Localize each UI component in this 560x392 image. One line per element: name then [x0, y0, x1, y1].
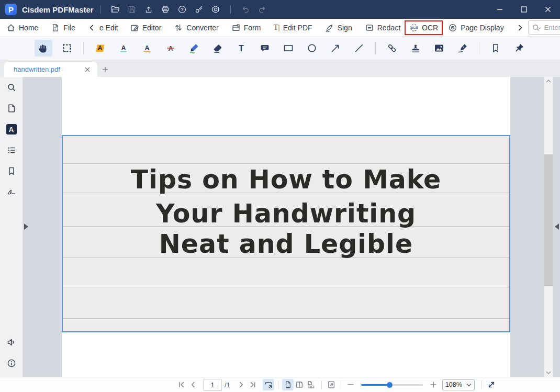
page-number-input[interactable]	[203, 379, 222, 391]
arrow-icon	[330, 42, 341, 54]
settings-button[interactable]	[207, 2, 224, 17]
close-button[interactable]	[536, 0, 560, 19]
fit-width-button[interactable]	[263, 379, 274, 390]
ellipse-tool-button[interactable]	[303, 40, 321, 57]
sidebar-read-aloud-button[interactable]	[0, 332, 23, 353]
sidebar-signatures-button[interactable]	[0, 182, 23, 203]
sidebar-info-button[interactable]	[0, 353, 23, 374]
app-window: P Cisdem PDFMaster ?	[0, 0, 560, 392]
continuous-view-button[interactable]	[305, 379, 317, 390]
menu-item-converter[interactable]: Converter	[174, 23, 218, 32]
undo-button[interactable]	[237, 2, 254, 17]
rectangle-icon	[283, 42, 294, 54]
single-page-view-button[interactable]	[282, 379, 294, 390]
menu-item-form[interactable]: Form	[231, 23, 261, 32]
print-button[interactable]	[157, 2, 174, 17]
page-export-button[interactable]	[326, 379, 337, 390]
tab-close-button[interactable]	[83, 65, 92, 74]
window-controls	[488, 0, 560, 19]
collapse-left-panel-handle[interactable]	[24, 223, 28, 230]
menu-label: Edit PDF	[283, 24, 312, 32]
zoom-level-select[interactable]: 108%	[442, 379, 475, 390]
arrow-tool-button[interactable]	[327, 40, 344, 57]
underline-icon: A	[118, 42, 129, 54]
line-tool-button[interactable]	[350, 40, 368, 57]
menu-item-file[interactable]: File	[51, 23, 75, 32]
search-input[interactable]	[543, 23, 560, 32]
menu-label: File	[63, 24, 75, 32]
hand-tool-button[interactable]	[35, 40, 52, 57]
signature-tool-button[interactable]	[454, 40, 472, 57]
menu-item-edit-pdf[interactable]: T| Edit PDF	[273, 23, 312, 32]
menu-item-sign[interactable]: Sign	[325, 23, 352, 32]
hand-icon	[38, 42, 49, 54]
redo-button[interactable]	[254, 2, 271, 17]
sidebar-thumbnails-button[interactable]	[0, 98, 23, 119]
link-tool-button[interactable]	[383, 40, 401, 57]
open-file-button[interactable]	[107, 2, 124, 17]
pdf-page[interactable]: Tips on How to Make Your Handwriting Nea…	[62, 77, 510, 377]
document-viewport[interactable]: Tips on How to Make Your Handwriting Nea…	[23, 77, 560, 377]
add-text-tool-button[interactable]: T	[232, 40, 250, 57]
handwriting-image[interactable]: Tips on How to Make Your Handwriting Nea…	[62, 135, 510, 332]
highlight-tool-button[interactable]: A	[91, 40, 109, 57]
bookmark-tool-button[interactable]	[487, 40, 505, 57]
document-tab[interactable]: handwritten.pdf	[4, 62, 97, 77]
comment-tool-button[interactable]	[256, 40, 274, 57]
sidebar-bookmarks-button[interactable]	[0, 161, 23, 182]
menu-scroll-right-chevron[interactable]	[517, 24, 524, 32]
help-button[interactable]: ?	[174, 2, 191, 17]
search-box[interactable]	[528, 20, 560, 35]
next-page-button[interactable]	[236, 379, 247, 390]
zoom-slider-thumb[interactable]	[387, 382, 393, 388]
squiggly-underline-tool-button[interactable]: A	[138, 40, 156, 57]
zoom-in-button[interactable]	[428, 379, 439, 390]
image-tool-button[interactable]	[430, 40, 448, 57]
ruled-line	[63, 318, 509, 319]
sidebar-annotations-button[interactable]: A	[0, 119, 23, 140]
pencil-tool-button[interactable]	[185, 40, 203, 57]
zoom-slider[interactable]	[361, 381, 423, 388]
statusbar-divider	[278, 380, 278, 389]
scroll-up-arrow[interactable]	[545, 79, 552, 83]
previous-page-button[interactable]	[187, 379, 199, 390]
minimize-button[interactable]	[488, 0, 512, 19]
highlight-icon: A	[94, 42, 106, 54]
menu-item-e-edit[interactable]: e Edit	[99, 24, 118, 32]
strikethrough-tool-button[interactable]: A	[162, 40, 180, 57]
vertical-scrollbar[interactable]	[544, 77, 553, 377]
marquee-select-icon	[61, 42, 73, 54]
maximize-button[interactable]	[512, 0, 536, 19]
menu-item-ocr[interactable]: OCR OCR	[405, 20, 443, 35]
sidebar-outline-button[interactable]	[0, 140, 23, 161]
first-page-button[interactable]	[176, 379, 187, 390]
last-page-button[interactable]	[247, 379, 259, 390]
marquee-select-button[interactable]	[58, 40, 76, 57]
scrollbar-thumb[interactable]	[544, 154, 553, 286]
key-icon	[194, 5, 204, 14]
two-page-view-button[interactable]	[294, 379, 305, 390]
stamp-tool-button[interactable]	[407, 40, 424, 57]
save-button[interactable]	[124, 2, 140, 17]
menu-item-home[interactable]: Home	[6, 23, 38, 32]
eraser-tool-button[interactable]	[209, 40, 227, 57]
password-button[interactable]	[191, 2, 207, 17]
scroll-down-arrow[interactable]	[545, 371, 552, 375]
menu-item-editor[interactable]: Editor	[130, 23, 162, 32]
menu-item-redact[interactable]: Redact	[365, 23, 400, 32]
bookmark-icon	[490, 42, 501, 54]
collapse-right-panel-handle[interactable]	[555, 223, 559, 230]
fullscreen-button[interactable]	[486, 379, 497, 390]
menu-scroll-left-chevron[interactable]	[88, 24, 95, 32]
sidebar-search-button[interactable]	[0, 77, 23, 98]
rectangle-tool-button[interactable]	[279, 40, 297, 57]
letter-a-glyph: A	[121, 44, 126, 52]
new-tab-button[interactable]	[97, 62, 113, 77]
pin-tool-button[interactable]	[510, 40, 528, 57]
zoom-out-button[interactable]	[345, 379, 356, 390]
share-button[interactable]	[140, 2, 157, 17]
menu-item-page-display[interactable]: Page Display	[448, 23, 504, 32]
redo-icon	[257, 5, 267, 14]
underline-tool-button[interactable]: A	[115, 40, 132, 57]
statusbar-divider	[481, 380, 482, 389]
